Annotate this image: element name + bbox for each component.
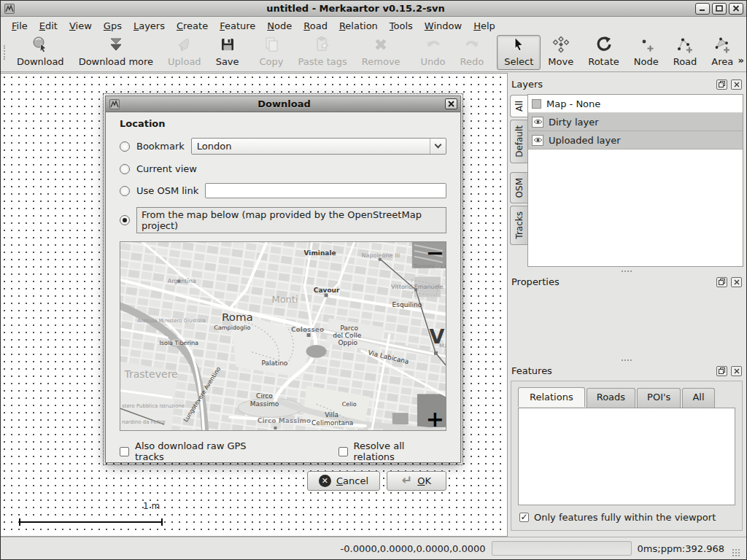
bookmark-combobox[interactable]: London — [191, 138, 446, 155]
menu-gps[interactable]: Gps — [98, 19, 127, 33]
map-image: ViminaleNapoleone IIITermini - LaArgenti… — [120, 242, 446, 430]
viewport-filter-checkbox[interactable]: ✓ — [519, 513, 529, 522]
properties-panel-header: Properties — [510, 275, 743, 289]
features-close-icon[interactable] — [731, 366, 742, 376]
layers-tab-default[interactable]: Default — [510, 120, 527, 163]
layers-close-icon[interactable] — [731, 79, 742, 90]
layers-panel-title: Layers — [511, 79, 713, 90]
properties-close-icon[interactable] — [731, 277, 742, 287]
menu-help[interactable]: Help — [468, 19, 500, 33]
map-label-vittorio-emanuele: Vittorio Emanuele — [391, 284, 444, 291]
maximize-button[interactable] — [712, 3, 727, 15]
toolbar-select-button[interactable]: Select — [497, 35, 541, 70]
map-label-napoleone-iii: Napoleone III — [362, 252, 400, 259]
resolve-relations-checkbox[interactable]: ✓ — [338, 447, 348, 456]
layer-row-uploaded-layer[interactable]: Uploaded layer — [528, 131, 743, 149]
map-label-isola-tiberina: Isola Tiberina — [159, 340, 198, 346]
osm-link-radio[interactable] — [120, 186, 130, 196]
menu-file[interactable]: File — [7, 19, 33, 33]
toolbar-node-button[interactable]: Node — [627, 35, 666, 70]
dialog-titlebar[interactable]: Download — [106, 96, 460, 112]
toolbar-move-button[interactable]: Move — [541, 35, 581, 70]
features-tab-roads[interactable]: Roads — [587, 388, 635, 408]
features-tab-relations[interactable]: Relations — [518, 387, 585, 407]
current-view-radio[interactable] — [120, 164, 130, 174]
from-map-radio[interactable] — [120, 215, 130, 225]
layers-tab-osm[interactable]: OSM — [510, 172, 527, 203]
gps-tracks-checkbox[interactable]: ✓ — [120, 447, 129, 456]
features-panel-title: Features — [511, 365, 713, 376]
cancel-icon: ✕ — [319, 475, 331, 487]
status-bar: -0.0000,0.0000,0.0000,0.0000 0ms;ppm:392… — [1, 537, 746, 559]
minimize-button[interactable] — [695, 3, 710, 15]
window-titlebar[interactable]: untitled - Merkaartor v0.15.2-svn — [1, 1, 746, 17]
menu-edit[interactable]: Edit — [34, 19, 63, 33]
layers-float-button[interactable] — [716, 79, 727, 90]
menu-relation[interactable]: Relation — [334, 19, 383, 33]
toolbar-undo-button: Undo — [414, 35, 453, 70]
menu-bar: FileEditViewGpsLayersCreateFeatureNodeRo… — [1, 17, 746, 34]
layer-label: Map - None — [546, 98, 600, 109]
toolbar-redo-button: Redo — [453, 35, 492, 70]
dialog-checkbox-row: ✓ Also download raw GPS tracks ✓ Resolve… — [120, 440, 446, 462]
map-label-cavour: Cavour — [314, 287, 340, 295]
toolbar-drag-handle[interactable] — [4, 45, 5, 60]
features-panel-body: RelationsRoadsPOI'sAll ✓ Only features f… — [511, 381, 743, 531]
download-area-map[interactable]: ViminaleNapoleone IIITermini - LaArgenti… — [120, 241, 446, 431]
map-label-del-colle: del Colle — [333, 332, 361, 339]
layer-checkbox[interactable] — [532, 99, 541, 109]
layer-row-map-none[interactable]: Map - None — [528, 95, 743, 113]
dock-splitter[interactable] — [510, 356, 743, 364]
map-zoom-out-button[interactable]: − — [426, 242, 444, 264]
bookmark-radio[interactable] — [120, 141, 130, 152]
menu-layers[interactable]: Layers — [128, 19, 170, 33]
download-icon — [31, 36, 49, 55]
remove-icon — [372, 36, 390, 55]
properties-float-button[interactable] — [716, 277, 727, 287]
layer-row-dirty-layer[interactable]: Dirty layer — [528, 113, 743, 131]
toolbar-area-button[interactable]: Area — [704, 35, 740, 70]
toolbar-save-button[interactable]: Save — [209, 35, 247, 70]
from-map-label[interactable]: From the map below (map provided by the … — [136, 207, 446, 233]
toolbar-download-more-button[interactable]: Download more — [71, 35, 160, 70]
download-dialog: Download Location Bookmark London Curren… — [105, 96, 461, 463]
toolbar-download-button[interactable]: Download — [9, 35, 71, 70]
dialog-close-button[interactable] — [445, 98, 457, 109]
ok-button[interactable]: ↵ OK — [387, 471, 446, 491]
menu-tools[interactable]: Tools — [384, 19, 418, 33]
features-tab-poi-s[interactable]: POI's — [637, 388, 681, 408]
layers-tab-strip: AllDefaultOSMTracks — [510, 94, 527, 267]
menu-window[interactable]: Window — [419, 19, 467, 33]
layers-tab-all[interactable]: All — [510, 95, 527, 117]
menu-node[interactable]: Node — [262, 19, 297, 33]
toolbar-overflow-chevron[interactable]: » — [738, 55, 744, 66]
menu-feature[interactable]: Feature — [214, 19, 260, 33]
cancel-button[interactable]: ✕ Cancel — [307, 471, 380, 491]
toolbar-group: UndoRedo — [414, 35, 492, 70]
features-tab-all[interactable]: All — [682, 388, 714, 408]
map-label-villa: Villa — [325, 411, 338, 419]
osm-link-input[interactable] — [205, 183, 446, 198]
features-float-button[interactable] — [716, 366, 727, 376]
dialog-title: Download — [123, 98, 445, 109]
close-button[interactable] — [729, 3, 743, 15]
layer-visible-eye-icon[interactable] — [532, 117, 543, 128]
map-zoom-in-button[interactable]: + — [426, 408, 444, 430]
menu-view[interactable]: View — [64, 19, 97, 33]
gps-tracks-option: ✓ Also download raw GPS tracks — [120, 440, 276, 462]
menu-road[interactable]: Road — [298, 19, 333, 33]
features-list[interactable] — [518, 408, 735, 505]
toolbar-button-label: Remove — [362, 56, 400, 67]
menu-create[interactable]: Create — [171, 19, 213, 33]
node-icon — [638, 36, 655, 55]
layer-visible-eye-icon[interactable] — [532, 135, 543, 146]
dock-splitter[interactable] — [510, 267, 743, 275]
resize-grip[interactable] — [732, 548, 740, 557]
chevron-down-icon[interactable] — [430, 139, 446, 154]
toolbar-rotate-button[interactable]: Rotate — [581, 35, 627, 70]
layers-tab-tracks[interactable]: Tracks — [510, 206, 527, 245]
from-map-option-row: From the map below (map provided by the … — [120, 207, 446, 233]
toolbar-road-button[interactable]: Road — [666, 35, 705, 70]
toolbar-upload-button: Upload — [160, 35, 209, 70]
layers-list: Map - NoneDirty layerUploaded layer — [527, 94, 743, 267]
